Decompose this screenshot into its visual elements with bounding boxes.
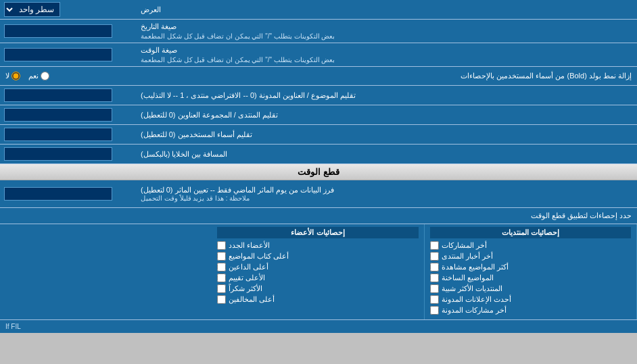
check-item-2: أخر أخبار المنتدى (430, 252, 631, 261)
time-cutoff-input[interactable]: 0 (4, 187, 112, 201)
checkbox-forum-7[interactable] (430, 306, 439, 315)
extra-column (0, 224, 212, 319)
date-format-input-container: d-m (0, 20, 135, 43)
checkbox-forum-4[interactable] (430, 274, 439, 282)
time-format-row: صيغة الوقت بعض التكوينات يتطلب "/" التي … (0, 43, 637, 67)
check-member-3: أعلى الداعين (217, 263, 418, 271)
checkbox-member-3[interactable] (217, 263, 226, 271)
define-stats-row: حدد إحصاءات لتطبيق قطع الوقت (0, 208, 637, 224)
checkbox-forum-6[interactable] (430, 295, 439, 304)
bold-remove-yes-radio[interactable] (41, 72, 49, 80)
topics-titles-input-container: 33 (0, 86, 135, 105)
date-format-input[interactable]: d-m (4, 24, 112, 38)
cell-spacing-label: المسافة بين الخلايا (بالبكسل) (135, 145, 637, 163)
forum-titles-row: تقليم المنتدى / المجموعة العناوين (0 للت… (0, 105, 637, 125)
date-format-label: صيغة التاريخ بعض التكوينات يتطلب "/" الت… (135, 20, 637, 43)
date-format-row: صيغة التاريخ بعض التكوينات يتطلب "/" الت… (0, 20, 637, 43)
member-stats-column: إحصائيات الأعضاء الأعضاء الجدد أعلى كتاب… (212, 224, 424, 319)
usernames-row: تقليم أسماء المستخدمين (0 للتعطيل) 0 (0, 125, 637, 145)
check-item-7: أخر مشاركات المدونة (430, 306, 631, 315)
bold-remove-yes-label[interactable]: نعم (28, 72, 49, 80)
forum-stats-header: إحصائيات المنتديات (430, 227, 631, 238)
topics-titles-row: تقليم الموضوع / العناوين المدونة (0 -- ا… (0, 86, 637, 105)
footer-text: If FIL (5, 323, 21, 330)
bold-remove-label: إزالة نمط بولد (Bold) من أسماء المستخدمي… (56, 72, 632, 80)
checkboxes-container: إحصائيات المنتديات أخر المشاركات أخر أخب… (0, 224, 637, 320)
display-row: العرض سطر واحد (0, 0, 637, 20)
time-cutoff-row: فرز البيانات من يوم الماثر الماضي فقط --… (0, 180, 637, 208)
checkbox-forum-5[interactable] (430, 284, 439, 293)
checkbox-forum-3[interactable] (430, 263, 439, 271)
main-container: العرض سطر واحد صيغة التاريخ بعض التكوينا… (0, 0, 637, 333)
time-cutoff-section-header: قطع الوقت (0, 164, 637, 180)
checkbox-member-4[interactable] (217, 274, 226, 282)
checkbox-forum-2[interactable] (430, 252, 439, 261)
check-member-1: الأعضاء الجدد (217, 241, 418, 250)
bold-remove-radio-group: نعم لا (5, 72, 49, 80)
check-member-6: أعلى المخالفين (217, 295, 418, 304)
usernames-input[interactable]: 0 (4, 128, 112, 141)
checkbox-member-6[interactable] (217, 295, 226, 304)
bold-remove-no-label[interactable]: لا (5, 72, 20, 80)
check-item-3: أكثر المواضيع مشاهدة (430, 263, 631, 271)
usernames-input-container: 0 (0, 125, 135, 144)
topics-titles-label: تقليم الموضوع / العناوين المدونة (0 -- ا… (135, 86, 637, 105)
check-item-1: أخر المشاركات (430, 241, 631, 250)
time-cutoff-label: فرز البيانات من يوم الماثر الماضي فقط --… (135, 180, 637, 207)
check-item-6: أحدث الإعلانات المدونة (430, 295, 631, 304)
checkbox-member-2[interactable] (217, 252, 226, 261)
forum-titles-input[interactable]: 33 (4, 108, 112, 122)
check-member-5: الأكثر شكراً (217, 284, 418, 293)
checkbox-member-5[interactable] (217, 284, 226, 293)
check-member-2: أعلى كتاب المواضيع (217, 252, 418, 261)
checkbox-forum-1[interactable] (430, 241, 439, 250)
cell-spacing-input[interactable]: 2 (4, 147, 112, 161)
check-member-4: الأعلى تقييم (217, 274, 418, 282)
time-cutoff-input-container: 0 (0, 180, 135, 207)
footer-text-row: If FIL (0, 320, 637, 333)
display-label: العرض (135, 0, 637, 19)
forum-titles-input-container: 33 (0, 105, 135, 124)
display-input: سطر واحد (0, 0, 135, 19)
forum-stats-column: إحصائيات المنتديات أخر المشاركات أخر أخب… (425, 224, 637, 319)
usernames-label: تقليم أسماء المستخدمين (0 للتعطيل) (135, 125, 637, 144)
time-format-input[interactable]: H:i (4, 48, 112, 61)
time-format-label: صيغة الوقت بعض التكوينات يتطلب "/" التي … (135, 43, 637, 66)
display-select[interactable]: سطر واحد (4, 2, 60, 17)
topics-titles-input[interactable]: 33 (4, 88, 112, 102)
check-item-4: المواضيع الساخنة (430, 274, 631, 282)
checkbox-member-1[interactable] (217, 241, 226, 250)
bold-remove-row: إزالة نمط بولد (Bold) من أسماء المستخدمي… (0, 67, 637, 86)
member-stats-header: إحصائيات الأعضاء (217, 227, 418, 238)
bold-remove-no-radio[interactable] (11, 72, 20, 80)
cell-spacing-row: المسافة بين الخلايا (بالبكسل) 2 (0, 145, 637, 164)
time-format-input-container: H:i (0, 43, 135, 66)
forum-titles-label: تقليم المنتدى / المجموعة العناوين (0 للت… (135, 105, 637, 124)
check-item-5: المنتديات الأكثر شبية (430, 284, 631, 293)
cell-spacing-input-container: 2 (0, 145, 135, 163)
